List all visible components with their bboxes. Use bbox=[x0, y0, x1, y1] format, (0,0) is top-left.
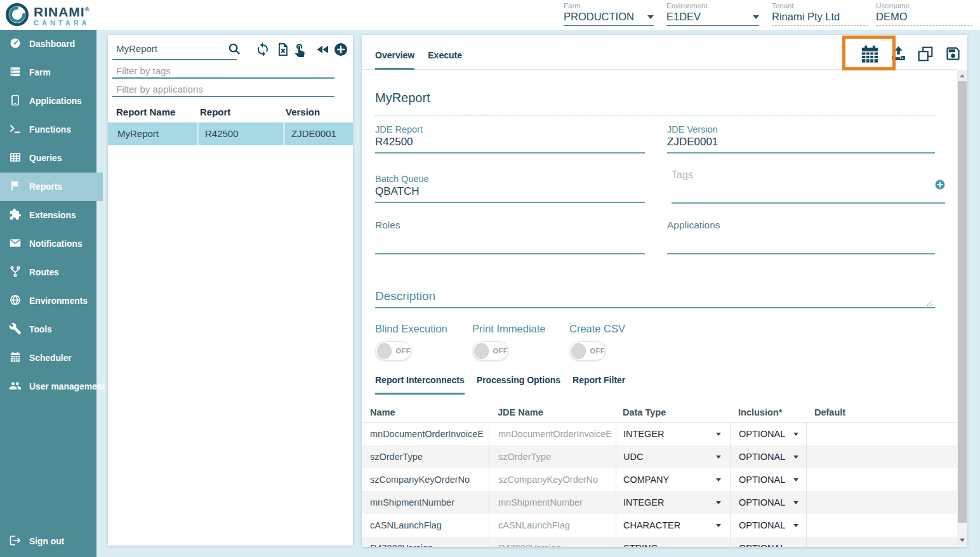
description-textarea[interactable] bbox=[375, 307, 935, 308]
sidebar-item-tools[interactable]: Tools bbox=[0, 315, 96, 344]
data-type-select[interactable]: INTEGER bbox=[616, 491, 730, 514]
report-title-underline bbox=[375, 115, 935, 115]
sidebar-item-scheduler[interactable]: Scheduler bbox=[0, 344, 96, 372]
scrollbar-up-button[interactable] bbox=[957, 70, 967, 81]
filter-by-applications-input[interactable] bbox=[116, 84, 326, 95]
tab[interactable]: Execute bbox=[428, 35, 462, 70]
chevron-down-icon bbox=[793, 524, 798, 527]
sidebar-item-label: Reports bbox=[29, 182, 62, 192]
sidebar-item-dashboard[interactable]: Dashboard bbox=[0, 30, 96, 58]
copy-icon[interactable] bbox=[917, 46, 934, 65]
reports-flag-icon bbox=[9, 180, 22, 194]
save-icon[interactable] bbox=[944, 45, 962, 65]
name-cell: mnDocumentOrderInvoiceE bbox=[362, 423, 489, 445]
inclusion-select[interactable]: OPTIONAL bbox=[730, 468, 806, 491]
tags-field[interactable]: Tags bbox=[672, 169, 693, 181]
jde-version-field[interactable]: ZJDE0001 bbox=[667, 136, 718, 148]
default-cell[interactable] bbox=[806, 491, 957, 514]
name-value: szCompanyKeyOrderNo bbox=[370, 475, 470, 485]
sidebar-item-applications[interactable]: Applications bbox=[0, 87, 96, 115]
data-type-select[interactable]: UDC bbox=[616, 445, 730, 468]
jde-name-cell: mnShipmentNumber bbox=[489, 491, 616, 514]
jde-name-value: mnDocumentOrderInvoiceE bbox=[498, 429, 612, 439]
toggle-knob bbox=[571, 343, 586, 359]
triangle-up-icon bbox=[960, 74, 965, 77]
chevron-down-icon bbox=[716, 501, 721, 504]
toggle-switch[interactable]: OFF bbox=[569, 341, 606, 360]
sidebar-item-notifications[interactable]: Notifications bbox=[0, 230, 96, 258]
subtab[interactable]: Report Interconnects bbox=[375, 375, 465, 395]
applications-underline bbox=[667, 253, 935, 254]
rewind-icon[interactable] bbox=[315, 42, 331, 60]
toggle-state: OFF bbox=[493, 347, 508, 355]
report-list-row[interactable]: MyReport R42500 ZJDE0001 bbox=[108, 122, 353, 145]
inclusion-select[interactable]: OPTIONAL bbox=[730, 423, 806, 445]
chevron-down-icon bbox=[716, 524, 721, 527]
refresh-icon[interactable] bbox=[255, 42, 270, 60]
username-field[interactable]: Username DEMO bbox=[876, 2, 972, 26]
subtab[interactable]: Processing Options bbox=[477, 375, 560, 395]
jde-report-label: JDE Report bbox=[375, 124, 423, 134]
hand-pointer-icon[interactable] bbox=[292, 42, 307, 60]
dashboard-gauge-icon bbox=[9, 37, 22, 51]
tenant-value: Rinami Pty Ltd bbox=[772, 11, 840, 23]
inclusion-select[interactable]: OPTIONAL bbox=[730, 537, 806, 547]
sidebar-item-sign-out[interactable]: Sign out bbox=[0, 527, 96, 556]
data-type-value: CHARACTER bbox=[623, 520, 680, 530]
default-cell[interactable] bbox=[806, 537, 957, 547]
search-icon[interactable] bbox=[227, 42, 241, 58]
tenant-field[interactable]: Tenant Rinami Pty Ltd bbox=[772, 2, 868, 26]
column-header-default: Default bbox=[806, 407, 957, 417]
sidebar-item-extensions[interactable]: Extensions bbox=[0, 201, 96, 230]
sidebar-item-user-management[interactable]: User management bbox=[0, 372, 96, 401]
data-type-select[interactable]: COMPANY bbox=[616, 468, 730, 491]
default-cell[interactable] bbox=[806, 468, 957, 491]
scrollbar-thumb[interactable] bbox=[958, 81, 967, 523]
toggle-state: OFF bbox=[590, 347, 606, 355]
sidebar-item-label: Sign out bbox=[29, 537, 64, 546]
default-cell[interactable] bbox=[806, 423, 957, 445]
default-cell[interactable] bbox=[806, 445, 957, 468]
sidebar-item-reports[interactable]: Reports bbox=[0, 173, 103, 201]
batch-queue-field[interactable]: QBATCH bbox=[375, 185, 420, 198]
calendar-icon[interactable] bbox=[859, 44, 880, 67]
excel-export-icon[interactable] bbox=[275, 42, 291, 60]
upload-icon[interactable] bbox=[890, 45, 907, 65]
resize-grip-icon[interactable] bbox=[924, 298, 933, 310]
inclusion-select[interactable]: OPTIONAL bbox=[730, 445, 806, 468]
tab[interactable]: Overview bbox=[375, 35, 414, 70]
jde-version-underline bbox=[667, 152, 935, 154]
add-tag-button[interactable] bbox=[934, 179, 946, 193]
name-cell: cASNLaunchFlag bbox=[362, 514, 489, 537]
jde-report-field[interactable]: R42500 bbox=[375, 136, 413, 148]
data-type-select[interactable]: INTEGER bbox=[616, 423, 730, 445]
data-type-select[interactable]: CHARACTER bbox=[616, 514, 730, 537]
inclusion-select[interactable]: OPTIONAL bbox=[730, 514, 806, 537]
sidebar-item-label: Routes bbox=[29, 268, 59, 277]
search-input[interactable] bbox=[116, 43, 223, 54]
data-type-select[interactable]: STRING bbox=[616, 537, 730, 547]
scrollbar-down-button[interactable] bbox=[957, 535, 967, 545]
name-cell: R47002Version bbox=[362, 537, 489, 547]
environment-select[interactable]: Environment E1DEV bbox=[666, 2, 759, 26]
sidebar-item-functions[interactable]: Functions bbox=[0, 115, 96, 144]
sidebar-item-farm[interactable]: Farm bbox=[0, 58, 96, 87]
sidebar-item-routes[interactable]: Routes bbox=[0, 258, 96, 287]
roles-label: Roles bbox=[375, 220, 401, 231]
interconnects-table-body: mnDocumentOrderInvoiceE mnDocumentOrderI… bbox=[362, 423, 957, 547]
toggle-switch[interactable]: OFF bbox=[472, 341, 508, 360]
search-underline bbox=[112, 59, 237, 60]
sidebar-item-queries[interactable]: Queries bbox=[0, 144, 96, 173]
inclusion-value: OPTIONAL bbox=[739, 520, 785, 530]
report-title-field[interactable]: MyReport bbox=[375, 91, 430, 105]
farm-select[interactable]: Farm PRODUCTION bbox=[564, 2, 654, 26]
subtab[interactable]: Report Filter bbox=[573, 375, 625, 395]
add-icon[interactable] bbox=[333, 42, 348, 60]
tab-label: Overview bbox=[375, 50, 414, 60]
sidebar-item-environments[interactable]: Environments bbox=[0, 287, 96, 315]
filter-by-tags-input[interactable] bbox=[116, 65, 326, 76]
main-tabs: Overview Execute bbox=[375, 35, 462, 70]
inclusion-select[interactable]: OPTIONAL bbox=[730, 491, 806, 514]
default-cell[interactable] bbox=[806, 514, 957, 537]
toggle-switch[interactable]: OFF bbox=[375, 341, 411, 360]
